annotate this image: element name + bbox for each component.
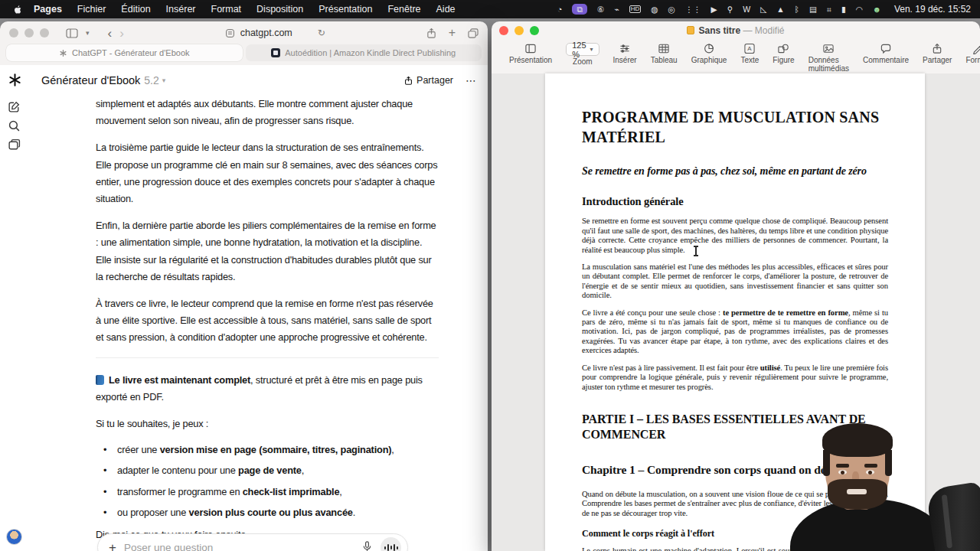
window-title: Sans titre — Modifié — [492, 25, 980, 36]
page-settings-icon — [225, 28, 235, 38]
message-offer-intro: Si tu le souhaites, je peux : — [96, 416, 439, 432]
toolbar-graphique[interactable]: Graphique — [684, 41, 734, 64]
document-page[interactable]: PROGRAMME DE MUSCULATION SANS MATÉRIEL S… — [545, 73, 925, 551]
user-avatar[interactable] — [6, 529, 22, 545]
message-paragraph: À travers ce livre, le lecteur comprend … — [96, 295, 439, 347]
more-options-icon[interactable]: ⋯ — [466, 74, 477, 86]
chat-input-bar: + — [97, 533, 408, 551]
message-paragraph: La troisième partie guide le lecteur dan… — [96, 139, 439, 207]
zoom-dropdown[interactable]: 125 %▾ — [566, 43, 599, 56]
chatgpt-logo-icon — [8, 73, 22, 90]
chat-title[interactable]: Générateur d'Ebook — [41, 74, 140, 86]
share-chat-button[interactable]: Partager — [404, 75, 453, 86]
spotlight-icon[interactable]: ⚲ — [727, 5, 733, 14]
shape-app-icon[interactable]: ◺ — [760, 5, 766, 14]
voice-mode-button[interactable] — [381, 537, 401, 551]
url-text[interactable]: chatgpt.com — [240, 28, 292, 38]
document-proxy-icon — [687, 26, 694, 34]
doc-subtitle: Se remettre en forme pas à pas, chez soi… — [582, 164, 888, 178]
doc-paragraph: Se remettre en forme est souvent perçu c… — [582, 217, 888, 255]
text-cursor — [695, 246, 697, 256]
message-paragraph: simplement et adaptés aux débutants. Ell… — [96, 96, 439, 129]
six-badge-icon[interactable]: ⑥ — [597, 5, 604, 14]
tab-chatgpt-label: ChatGPT - Générateur d'Ebook — [72, 48, 190, 57]
toolbar-commentaire[interactable]: Commentaire — [856, 41, 916, 64]
triangle-app-icon[interactable]: ▲ — [776, 5, 784, 14]
list-item: créer une version mise en page (sommaire… — [96, 442, 439, 458]
menu-fenetre[interactable]: Fenêtre — [380, 4, 428, 15]
toolbar-tableau[interactable]: Tableau — [644, 41, 684, 64]
bluetooth-icon[interactable]: ᛒ — [795, 5, 799, 14]
ring-app-icon[interactable]: ◍ — [651, 5, 658, 14]
display-icon[interactable]: ⌗ — [827, 5, 831, 14]
menu-bar: Pages Fichier Édition Insérer Format Dis… — [0, 0, 980, 18]
library-icon[interactable] — [8, 139, 21, 155]
menu-presentation[interactable]: Présentation — [311, 4, 380, 15]
document-body: PROGRAMME DE MUSCULATION SANS MATÉRIEL S… — [545, 73, 925, 551]
menu-format[interactable]: Format — [204, 4, 250, 15]
new-tab-icon[interactable]: + — [449, 27, 456, 39]
chat-input[interactable] — [124, 542, 361, 551]
target-app-icon[interactable]: ◎ — [668, 5, 675, 14]
menu-fichier[interactable]: Fichier — [70, 4, 114, 15]
menu-inserer[interactable]: Insérer — [158, 4, 204, 15]
offer-list: créer une version mise en page (sommaire… — [96, 442, 439, 520]
message-paragraph: Enfin, la dernière partie aborde les pil… — [96, 217, 439, 285]
share-icon[interactable] — [426, 28, 436, 39]
list-item: ou proposer une version plus courte ou p… — [96, 505, 439, 520]
sliders-icon[interactable]: ⋮⋮ — [685, 5, 701, 14]
pages-window: Sans titre — Modifié Présentation 125 %▾… — [492, 21, 980, 551]
doc-title: PROGRAMME DE MUSCULATION SANS MATÉRIEL — [582, 107, 888, 147]
w-app-icon[interactable]: W — [743, 5, 750, 14]
menu-disposition[interactable]: Disposition — [249, 4, 311, 15]
kdp-favicon — [271, 48, 280, 57]
toolbar-presentation[interactable]: Présentation — [502, 41, 559, 64]
sidebar-toggle-icon[interactable] — [66, 28, 78, 38]
toolbar-format[interactable]: Format — [959, 41, 980, 64]
hd-badge-icon[interactable]: HD — [629, 5, 642, 13]
apple-menu-icon[interactable] — [9, 4, 26, 15]
attach-plus-icon[interactable]: + — [109, 540, 116, 551]
screen-mirroring-icon[interactable]: ⧉ — [572, 4, 587, 15]
toolbar-figure[interactable]: Figure — [766, 41, 801, 64]
keyboard-icon[interactable]: ▤ — [809, 5, 817, 14]
close-window-button[interactable] — [9, 28, 18, 37]
tab-bar: ChatGPT - Générateur d'Ebook Autoédition… — [0, 44, 488, 65]
address-bar[interactable]: chatgpt.com ↻ — [132, 28, 419, 38]
toolbar-donnees-multimedias[interactable]: Données multimédias — [802, 41, 856, 73]
chatgpt-favicon — [59, 49, 67, 57]
tab-overview-icon[interactable] — [468, 28, 479, 38]
toolbar-partager[interactable]: Partager — [916, 41, 959, 64]
tab-kdp-label: Autoédition | Amazon Kindle Direct Publi… — [285, 48, 456, 57]
doc-paragraph: Ce livre n'est pas à lire passivement. I… — [582, 364, 888, 392]
tab-chatgpt[interactable]: ChatGPT - Générateur d'Ebook — [6, 44, 243, 61]
wave-app-icon[interactable]: ⌁ — [614, 5, 619, 14]
zoom-window-button[interactable] — [40, 28, 49, 37]
doc-paragraph: La musculation sans matériel est l'une d… — [582, 262, 888, 301]
search-chats-icon[interactable] — [8, 119, 21, 135]
menu-aide[interactable]: Aide — [429, 4, 463, 15]
mic-icon[interactable] — [361, 540, 373, 551]
tab-kdp[interactable]: Autoédition | Amazon Kindle Direct Publi… — [246, 44, 482, 61]
toolbar-texte[interactable]: A Texte — [733, 41, 766, 64]
sidebar-chevron-icon[interactable]: ▾ — [86, 30, 90, 37]
assistant-message: simplement et adaptés aux débutants. Ell… — [96, 96, 439, 551]
menu-app-name[interactable]: Pages — [26, 4, 70, 15]
minimize-window-button[interactable] — [24, 28, 34, 37]
wifi-icon[interactable]: ◠ — [856, 5, 863, 14]
battery-icon[interactable]: ▮ — [841, 5, 846, 14]
new-chat-icon[interactable] — [8, 100, 21, 116]
toolbar-zoom[interactable]: 125 %▾ Zoom — [559, 41, 606, 66]
pages-canvas: PROGRAMME DE MUSCULATION SANS MATÉRIEL S… — [492, 73, 980, 551]
forward-button[interactable]: › — [119, 27, 124, 40]
reload-icon[interactable]: ↻ — [318, 28, 325, 38]
menu-bar-clock[interactable]: Ven. 19 déc. 15:52 — [894, 4, 971, 15]
toolbar-inserer[interactable]: Insérer — [606, 41, 644, 64]
user-switch-icon[interactable]: ☻ — [873, 5, 881, 14]
play-app-icon[interactable]: ▶ — [711, 5, 717, 14]
doc-heading-part1: PARTIE I – LES BASES ESSENTIELLES AVANT … — [582, 412, 888, 442]
back-button[interactable]: ‹ — [108, 27, 113, 40]
chevron-down-icon[interactable]: ▾ — [162, 77, 166, 84]
menu-edition[interactable]: Édition — [113, 4, 158, 15]
media-app-icon[interactable]: ◔ — [557, 5, 562, 14]
